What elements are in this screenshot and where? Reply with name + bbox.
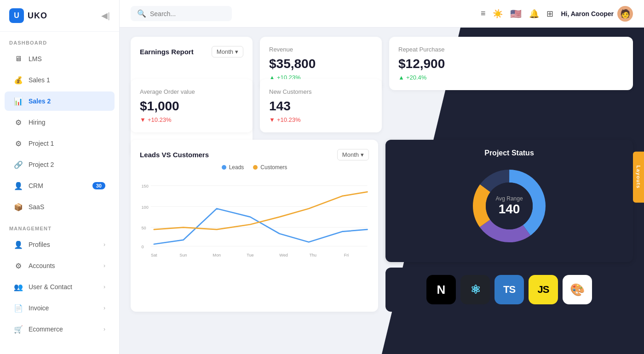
tech-logos-container: N ⚛ TS JS 🎨 xyxy=(385,268,633,312)
svg-text:Wed: Wed xyxy=(279,253,288,257)
sidebar-item-label: Ecommerce xyxy=(29,325,63,333)
sidebar-item-sales2[interactable]: 📊 Sales 2 xyxy=(5,91,115,111)
sidebar-item-label: Project 2 xyxy=(29,161,54,168)
leads-line-chart: 150 100 50 0 Sat Sun Mon xyxy=(140,175,369,267)
repeat-purchase-value: $12,900 xyxy=(398,57,624,71)
search-icon: 🔍 xyxy=(137,9,146,18)
sidebar-item-saas[interactable]: 📦 SaaS xyxy=(5,197,115,217)
leads-legend-item: Leads xyxy=(222,164,244,171)
logo: U UKO xyxy=(9,8,47,23)
sidebar-item-accounts[interactable]: ⚙ Accounts › xyxy=(5,256,115,275)
new-customers-card: New Customers 143 ▼ +10.23% xyxy=(260,79,382,132)
down-arrow-icon: ▼ xyxy=(140,116,146,123)
chevron-icon: › xyxy=(104,241,105,248)
sidebar-item-hiring[interactable]: ⚙ Hiring xyxy=(5,113,115,132)
sidebar-item-lms[interactable]: 🖥 LMS xyxy=(5,49,115,69)
bottom-row: Leads VS Customers Month ▾ Leads Custome… xyxy=(131,140,633,312)
chevron-icon: › xyxy=(104,305,105,311)
svg-text:Mon: Mon xyxy=(213,253,221,257)
svg-text:Thu: Thu xyxy=(309,253,316,257)
earnings-header: Earnings Report Month ▾ xyxy=(140,46,243,57)
layouts-button[interactable]: Layouts xyxy=(633,152,644,203)
sidebar-item-crm[interactable]: 👤 CRM 30 xyxy=(5,176,115,195)
avatar[interactable]: 🧑 xyxy=(617,6,633,22)
leads-header: Leads VS Customers Month ▾ xyxy=(140,149,369,160)
sidebar-item-invoice[interactable]: 📄 Invoice › xyxy=(5,298,115,318)
main-content: 🔍 ≡ ☀️ 🇺🇸 🔔 ⊞ Hi, Aaron Cooper 🧑 Revenue… xyxy=(120,0,644,354)
svg-text:100: 100 xyxy=(142,205,149,210)
user-info: Hi, Aaron Cooper 🧑 xyxy=(561,6,633,22)
nextjs-logo: N xyxy=(426,275,456,304)
apps-grid-icon[interactable]: ⊞ xyxy=(546,9,553,19)
leads-legend-label: Leads xyxy=(229,164,244,171)
logo-icon: U xyxy=(9,8,24,23)
svg-text:Tue: Tue xyxy=(247,253,253,257)
dashboard-section-label: DASHBOARD xyxy=(0,32,119,48)
svg-text:Sat: Sat xyxy=(151,253,157,257)
customers-dot xyxy=(253,165,258,170)
javascript-logo: JS xyxy=(529,275,558,304)
new-customers-value: 143 xyxy=(269,99,373,114)
svg-text:0: 0 xyxy=(142,245,144,249)
month-selector[interactable]: Month ▾ xyxy=(212,46,243,57)
logo-text: UKO xyxy=(28,11,47,21)
new-customers-label: New Customers xyxy=(269,88,373,95)
sidebar-logo: U UKO ◀| xyxy=(0,0,119,32)
project1-icon: ⚙ xyxy=(14,139,23,148)
avg-order-change: ▼ +10.23% xyxy=(140,116,243,123)
invoice-icon: 📄 xyxy=(14,303,23,313)
crm-badge: 30 xyxy=(92,182,105,189)
project2-icon: 🔗 xyxy=(14,160,23,169)
sidebar-item-sales1[interactable]: 💰 Sales 1 xyxy=(5,70,115,90)
language-flag-icon[interactable]: 🇺🇸 xyxy=(510,8,522,19)
notifications-icon[interactable]: 🔔 xyxy=(529,9,539,19)
chevron-icon: › xyxy=(104,284,105,290)
new-customers-change: ▼ +10.23% xyxy=(269,116,373,123)
profiles-icon: 👤 xyxy=(14,240,23,249)
leads-chart-card: Leads VS Customers Month ▾ Leads Custome… xyxy=(131,140,378,312)
customers-legend-item: Customers xyxy=(253,164,287,171)
sidebar: U UKO ◀| DASHBOARD 🖥 LMS 💰 Sales 1 📊 Sal… xyxy=(0,0,120,354)
avg-order-value: $1,000 xyxy=(140,99,243,114)
sidebar-item-project1[interactable]: ⚙ Project 1 xyxy=(5,134,115,153)
search-input[interactable] xyxy=(150,10,214,17)
donut-center: Avg Range 140 xyxy=(495,195,523,217)
avg-order-label: Average Order value xyxy=(140,88,243,95)
typescript-logo: TS xyxy=(494,275,524,304)
donut-chart: Avg Range 140 xyxy=(468,165,551,247)
sales1-icon: 💰 xyxy=(14,75,23,85)
ecommerce-icon: 🛒 xyxy=(14,325,23,334)
sidebar-item-label: User & Contact xyxy=(29,283,72,291)
sidebar-item-label: Project 1 xyxy=(29,140,54,147)
sidebar-item-label: Invoice xyxy=(29,304,49,312)
earnings-title: Earnings Report xyxy=(140,48,194,56)
theme-toggle-icon[interactable]: ☀️ xyxy=(493,9,503,19)
repeat-purchase-label: Repeat Purchase xyxy=(398,46,624,53)
sidebar-item-user-contact[interactable]: 👥 User & Contact › xyxy=(5,277,115,297)
leads-month-selector[interactable]: Month ▾ xyxy=(337,149,369,160)
sidebar-item-project2[interactable]: 🔗 Project 2 xyxy=(5,155,115,174)
chevron-icon: › xyxy=(104,263,105,269)
header-right: ≡ ☀️ 🇺🇸 🔔 ⊞ Hi, Aaron Cooper 🧑 xyxy=(481,6,633,22)
sidebar-item-profiles[interactable]: 👤 Profiles › xyxy=(5,235,115,254)
search-box[interactable]: 🔍 xyxy=(131,6,232,21)
sidebar-item-label: Profiles xyxy=(29,241,50,248)
saas-icon: 📦 xyxy=(14,202,23,211)
collapse-button[interactable]: ◀| xyxy=(101,11,110,21)
sidebar-item-label: Accounts xyxy=(29,262,55,269)
svg-text:150: 150 xyxy=(142,184,149,188)
sales2-icon: 📊 xyxy=(14,97,23,106)
sidebar-item-ecommerce[interactable]: 🛒 Ecommerce › xyxy=(5,320,115,339)
lms-icon: 🖥 xyxy=(14,54,23,63)
sidebar-item-label: CRM xyxy=(29,182,43,189)
management-section-label: MANAGEMENT xyxy=(0,217,119,234)
leads-title: Leads VS Customers xyxy=(140,151,209,159)
hamburger-icon[interactable]: ≡ xyxy=(481,9,486,18)
svg-text:Sun: Sun xyxy=(179,253,187,257)
chevron-down-icon: ▾ xyxy=(361,151,364,158)
user-greeting: Hi, Aaron Cooper xyxy=(561,10,614,17)
figma-logo: 🎨 xyxy=(563,275,592,304)
project-status-card: Project Status xyxy=(385,140,633,262)
down-arrow-icon: ▼ xyxy=(269,116,275,123)
user-contact-icon: 👥 xyxy=(14,282,23,291)
